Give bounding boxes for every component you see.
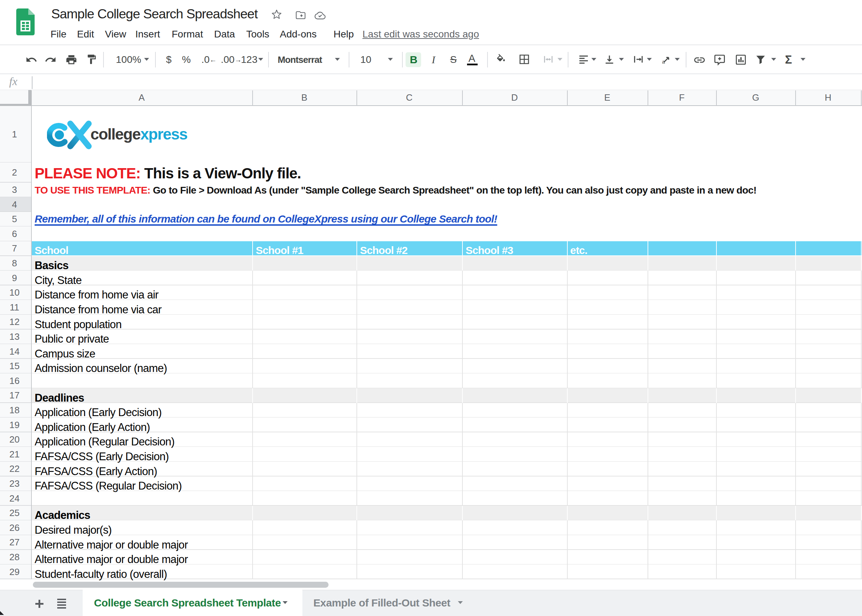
svg-text:collegexpress: collegexpress — [90, 126, 187, 143]
svg-text:a: a — [662, 59, 665, 64]
